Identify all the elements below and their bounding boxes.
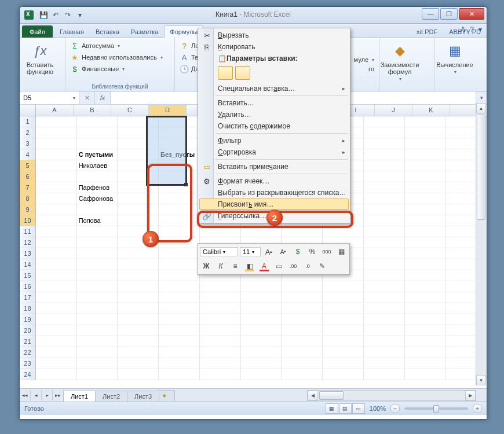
cell-J18[interactable] xyxy=(405,303,446,314)
view-normal[interactable]: ▦ xyxy=(326,403,338,414)
zoom-slider[interactable] xyxy=(404,407,468,410)
cell-J22[interactable] xyxy=(405,347,446,358)
financial-button[interactable]: $Финансовые▾ xyxy=(69,64,171,74)
cell-B11[interactable] xyxy=(77,226,118,237)
calculation-button[interactable]: ▦ Вычисление ▾ xyxy=(438,39,472,75)
cell-H17[interactable] xyxy=(323,292,364,303)
cell-J15[interactable] xyxy=(405,270,446,281)
tab-layout[interactable]: Разметка xyxy=(125,25,165,38)
cell-G11[interactable] xyxy=(282,226,323,237)
cell-B10[interactable]: Попова xyxy=(77,215,118,226)
tab-file[interactable]: Файл xyxy=(22,25,53,38)
cell-J10[interactable] xyxy=(405,215,446,226)
cell-J23[interactable] xyxy=(405,358,446,369)
cell-I21[interactable] xyxy=(364,336,405,347)
cell-A8[interactable] xyxy=(36,193,77,204)
close-button[interactable]: ✕ xyxy=(459,8,484,20)
view-layout[interactable]: ▤ xyxy=(339,403,352,414)
cell-A18[interactable] xyxy=(36,303,77,314)
cell-H19[interactable] xyxy=(323,314,364,325)
cell-A21[interactable] xyxy=(36,336,77,347)
maximize-button[interactable]: ❐ xyxy=(440,8,458,20)
cell-I6[interactable] xyxy=(364,171,405,182)
cell-A1[interactable] xyxy=(36,116,77,127)
cell-D22[interactable] xyxy=(159,347,200,358)
cell-D3[interactable] xyxy=(159,138,200,149)
cell-D24[interactable] xyxy=(159,369,200,380)
cell-G19[interactable] xyxy=(282,314,323,325)
accounting-button[interactable]: $ xyxy=(291,245,304,258)
cell-G22[interactable] xyxy=(282,347,323,358)
cell-J9[interactable] xyxy=(405,204,446,215)
cell-H23[interactable] xyxy=(323,358,364,369)
paste-option-1[interactable] xyxy=(218,66,233,80)
cell-C22[interactable] xyxy=(118,347,159,358)
cell-D18[interactable] xyxy=(159,303,200,314)
cell-J13[interactable] xyxy=(405,248,446,259)
cell-A23[interactable] xyxy=(36,358,77,369)
cell-A14[interactable] xyxy=(36,259,77,270)
cell-H24[interactable] xyxy=(323,369,364,380)
cell-C1[interactable] xyxy=(118,116,159,127)
row-header-15[interactable]: 15 xyxy=(20,270,36,281)
cell-G18[interactable] xyxy=(282,303,323,314)
autosum-button[interactable]: ΣАвтосумма▾ xyxy=(69,41,171,51)
save-button[interactable]: 💾 xyxy=(38,9,49,21)
cell-J3[interactable] xyxy=(405,138,446,149)
cell-I5[interactable] xyxy=(364,160,405,171)
vertical-scrollbar[interactable]: ▲ ▼ xyxy=(476,103,486,385)
format-painter-button[interactable]: ✎ xyxy=(316,260,328,273)
cell-D21[interactable] xyxy=(159,336,200,347)
cell-B6[interactable] xyxy=(77,171,118,182)
sheet-tab-1[interactable]: Лист1 xyxy=(63,391,96,402)
cell-J14[interactable] xyxy=(405,259,446,270)
cell-D20[interactable] xyxy=(159,325,200,336)
cell-F24[interactable] xyxy=(241,369,282,380)
cell-B4[interactable]: С пустыми xyxy=(77,149,118,160)
cell-E22[interactable] xyxy=(200,347,241,358)
cell-E19[interactable] xyxy=(200,314,241,325)
cell-I13[interactable] xyxy=(364,248,405,259)
cell-G24[interactable] xyxy=(282,369,323,380)
row-header-23[interactable]: 23 xyxy=(20,358,36,369)
cm-paste-special[interactable]: Специальная вставка…▸ xyxy=(199,83,349,94)
row-header-4[interactable]: 4 xyxy=(20,149,36,160)
cell-C5[interactable] xyxy=(118,160,159,171)
minimize-ribbon-icon[interactable]: ᐱ xyxy=(461,25,465,34)
cell-A10[interactable] xyxy=(36,215,77,226)
cell-A19[interactable] xyxy=(36,314,77,325)
tab-home[interactable]: Главная xyxy=(54,25,90,38)
cell-A3[interactable] xyxy=(36,138,77,149)
cell-C21[interactable] xyxy=(118,336,159,347)
sheet-tab-2[interactable]: Лист2 xyxy=(95,391,127,402)
help-icon[interactable]: ? xyxy=(470,25,474,34)
cell-C9[interactable] xyxy=(118,204,159,215)
cell-F22[interactable] xyxy=(241,347,282,358)
cell-B19[interactable] xyxy=(77,314,118,325)
row-header-6[interactable]: 6 xyxy=(20,171,36,182)
cell-C3[interactable] xyxy=(118,138,159,149)
row-header-7[interactable]: 7 xyxy=(20,182,36,193)
cell-B18[interactable] xyxy=(77,303,118,314)
cell-E11[interactable] xyxy=(200,226,241,237)
sheet-first[interactable]: ◂◂ xyxy=(20,390,31,400)
cell-J24[interactable] xyxy=(405,369,446,380)
cell-B14[interactable] xyxy=(77,259,118,270)
cell-H21[interactable] xyxy=(323,336,364,347)
cell-B13[interactable] xyxy=(77,248,118,259)
cell-A15[interactable] xyxy=(36,270,77,281)
cell-E17[interactable] xyxy=(200,292,241,303)
cell-C6[interactable] xyxy=(118,171,159,182)
row-header-17[interactable]: 17 xyxy=(20,292,36,303)
cell-J2[interactable] xyxy=(405,127,446,138)
cell-I17[interactable] xyxy=(364,292,405,303)
cell-B22[interactable] xyxy=(77,347,118,358)
cell-J16[interactable] xyxy=(405,281,446,292)
cell-J6[interactable] xyxy=(405,171,446,182)
scroll-up-button[interactable]: ▲ xyxy=(476,103,486,113)
cell-D12[interactable] xyxy=(159,237,200,248)
row-header-24[interactable]: 24 xyxy=(20,369,36,380)
cm-clear[interactable]: Очистить содержимое xyxy=(199,120,349,132)
formula-mule[interactable]: муле▾ xyxy=(353,56,375,64)
cell-E23[interactable] xyxy=(200,358,241,369)
